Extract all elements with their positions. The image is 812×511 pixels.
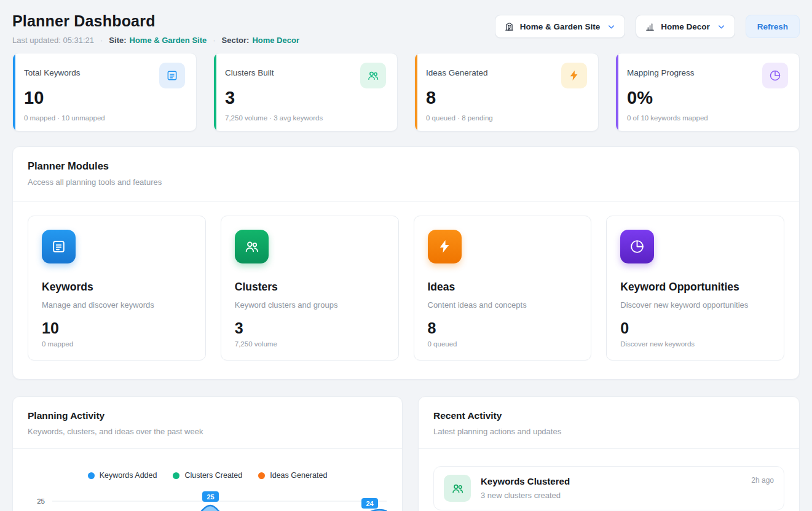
legend-dot (173, 472, 179, 479)
stat-label: Mapping Progress (627, 63, 695, 77)
separator-dot: · (100, 36, 103, 45)
module-card-clusters[interactable]: Clusters Keyword clusters and groups 3 7… (221, 216, 399, 361)
sector-selector[interactable]: Home Decor (636, 15, 735, 38)
panel-title: Planning Activity (28, 410, 387, 421)
meta-line: Last updated: 05:31:21 · Site: Home & Ga… (12, 36, 299, 45)
recent-item-timestamp: 2h ago (751, 476, 774, 485)
svg-text:25: 25 (207, 493, 214, 501)
chevron-down-icon (717, 22, 726, 31)
planner-modules-header: Planner Modules Access all planning tool… (13, 147, 799, 202)
building-icon (504, 21, 514, 32)
stat-value: 3 (225, 88, 386, 108)
legend-dot (258, 472, 265, 479)
module-title: Keywords (42, 281, 192, 294)
stat-label: Ideas Generated (426, 63, 488, 77)
legend-label: Clusters Created (184, 471, 242, 480)
document-lines-icon (159, 63, 185, 88)
stat-caption: 0 queued · 8 pending (426, 114, 587, 122)
data-point-label-25: 25 (202, 491, 219, 502)
stat-card-mapping-progress: Mapping Progress 0% 0 of 10 keywords map… (615, 53, 800, 131)
refresh-button[interactable]: Refresh (746, 15, 800, 38)
recent-item-title: Keywords Clustered (481, 476, 570, 486)
module-description: Content ideas and concepts (428, 300, 578, 310)
stat-value: 0% (627, 88, 788, 108)
pie-chart-icon (762, 63, 788, 88)
topbar-left: Planner Dashboard Last updated: 05:31:21… (12, 10, 299, 45)
planner-dashboard-page: Planner Dashboard Last updated: 05:31:21… (0, 0, 812, 511)
planning-activity-chart: 25 25 24 (24, 487, 389, 511)
bar-chart-icon (645, 21, 655, 32)
planning-activity-panel: Planning Activity Keywords, clusters, an… (12, 396, 403, 511)
section-subtitle: Access all planning tools and features (28, 177, 784, 187)
module-description: Keyword clusters and groups (235, 300, 385, 310)
topbar-controls: Home & Garden Site Home Decor Refresh (495, 15, 800, 38)
module-description: Discover new keyword opportunities (620, 300, 770, 310)
legend-label: Keywords Added (100, 471, 157, 480)
planning-activity-header: Planning Activity Keywords, clusters, an… (13, 397, 402, 449)
module-title: Keyword Opportunities (620, 281, 770, 294)
users-icon (444, 475, 471, 502)
lightning-icon (428, 230, 462, 263)
module-caption: 0 queued (428, 340, 578, 348)
users-icon (235, 230, 269, 263)
lightning-icon (561, 63, 587, 88)
stats-row: Total Keywords 10 0 mapped · 10 unmapped… (12, 53, 800, 131)
sector-selector-label: Home Decor (661, 22, 710, 31)
document-lines-icon (42, 230, 76, 263)
sector-link[interactable]: Home Decor (252, 36, 299, 45)
users-icon (360, 63, 386, 88)
last-updated: Last updated: 05:31:21 (12, 36, 94, 45)
recent-activity-item: Keywords Clustered 3 new clusters create… (433, 466, 784, 510)
recent-item-description: 3 new clusters created (481, 491, 570, 500)
chart-legend: Keywords Added Clusters Created Ideas Ge… (13, 471, 402, 480)
module-card-ideas[interactable]: Ideas Content ideas and concepts 8 0 que… (414, 216, 592, 361)
module-caption: 7,250 volume (235, 340, 385, 348)
recent-activity-header: Recent Activity Latest planning actions … (419, 397, 799, 449)
stat-card-ideas-generated: Ideas Generated 8 0 queued · 8 pending (414, 53, 599, 131)
pie-chart-icon (620, 230, 654, 263)
panel-subtitle: Keywords, clusters, and ideas over the p… (28, 427, 387, 436)
site-link[interactable]: Home & Garden Site (130, 36, 207, 45)
stat-value: 8 (426, 88, 587, 108)
stat-caption: 7,250 volume · 3 avg keywords (225, 114, 386, 122)
legend-item-ideas-generated: Ideas Generated (258, 471, 327, 480)
recent-item-texts: Keywords Clustered 3 new clusters create… (481, 475, 570, 500)
legend-item-keywords-added: Keywords Added (88, 471, 157, 480)
y-axis-tick-25: 25 (37, 497, 45, 505)
topbar: Planner Dashboard Last updated: 05:31:21… (12, 10, 800, 45)
svg-text:24: 24 (366, 500, 374, 507)
planner-modules-section: Planner Modules Access all planning tool… (12, 146, 800, 380)
stat-caption: 0 of 10 keywords mapped (627, 114, 788, 122)
site-selector[interactable]: Home & Garden Site (495, 15, 626, 38)
chevron-down-icon (607, 22, 616, 31)
section-title: Planner Modules (28, 160, 784, 172)
site-selector-label: Home & Garden Site (520, 22, 601, 31)
stat-value: 10 (24, 88, 185, 108)
stat-label: Clusters Built (225, 63, 274, 77)
module-card-keywords[interactable]: Keywords Manage and discover keywords 10… (28, 216, 206, 361)
module-value: 0 (620, 319, 770, 337)
panel-subtitle: Latest planning actions and updates (433, 427, 784, 436)
module-description: Manage and discover keywords (42, 300, 192, 310)
module-caption: 0 mapped (42, 340, 192, 348)
module-card-keyword-opportunities[interactable]: Keyword Opportunities Discover new keywo… (606, 216, 784, 361)
chart-area: 25 25 24 (24, 487, 402, 511)
modules-grid: Keywords Manage and discover keywords 10… (13, 202, 799, 379)
page-title: Planner Dashboard (12, 12, 299, 30)
panel-title: Recent Activity (433, 410, 784, 421)
bottom-row: Planning Activity Keywords, clusters, an… (12, 396, 800, 511)
site-label: Site: (109, 36, 126, 45)
stat-caption: 0 mapped · 10 unmapped (24, 114, 185, 122)
stat-card-total-keywords: Total Keywords 10 0 mapped · 10 unmapped (12, 53, 197, 131)
legend-label: Ideas Generated (270, 471, 327, 480)
separator-dot: · (213, 36, 215, 45)
sector-label: Sector: (222, 36, 250, 45)
module-value: 3 (235, 319, 385, 337)
legend-dot (88, 472, 95, 479)
stat-label: Total Keywords (24, 63, 81, 77)
recent-activity-panel: Recent Activity Latest planning actions … (418, 396, 800, 511)
module-caption: Discover new keywords (620, 340, 770, 348)
module-value: 8 (428, 319, 578, 337)
stat-card-clusters-built: Clusters Built 3 7,250 volume · 3 avg ke… (213, 53, 398, 131)
legend-item-clusters-created: Clusters Created (173, 471, 242, 480)
